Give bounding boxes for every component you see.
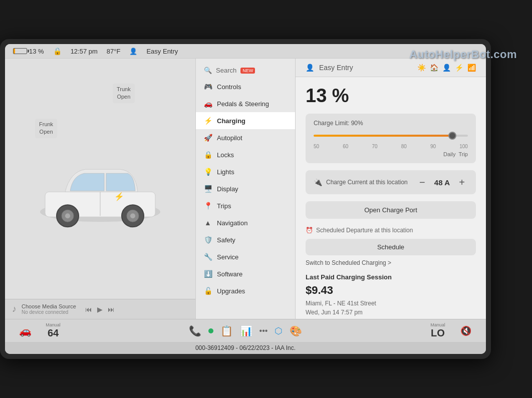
trips-icon: 📍 xyxy=(204,202,212,210)
car-svg: ⚡ xyxy=(30,152,170,232)
increase-current-btn[interactable]: + xyxy=(456,176,468,188)
slider-track xyxy=(314,135,468,137)
trip-tab[interactable]: Trip xyxy=(458,151,468,157)
prev-track-btn[interactable]: ⏮ xyxy=(85,305,92,313)
speed-value: 64 xyxy=(48,327,59,339)
new-badge: NEW xyxy=(240,68,255,74)
sun-icon: ☀️ xyxy=(417,64,426,72)
open-charge-port-btn[interactable]: Open Charge Port xyxy=(306,201,476,219)
watermark-text: AutoHelperBot.com xyxy=(409,48,517,61)
person-icon-2: 👤 xyxy=(442,64,451,72)
music-icon: ♪ xyxy=(12,304,17,314)
search-row[interactable]: 🔍 Search NEW xyxy=(196,63,295,78)
app-icon-1[interactable]: 📋 xyxy=(220,325,233,337)
car-icon: 🚗 xyxy=(19,325,32,337)
svg-point-4 xyxy=(65,213,70,218)
search-icon: 🔍 xyxy=(204,67,212,74)
search-label: Search xyxy=(216,67,236,74)
service-label: Service xyxy=(217,253,238,261)
switch-charging-link[interactable]: Switch to Scheduled Charging > xyxy=(306,259,476,266)
menu-item-upgrades[interactable]: 🔓 Upgrades xyxy=(196,282,295,299)
trunk-label: Trunk xyxy=(117,86,131,92)
play-btn[interactable]: ▶ xyxy=(97,305,103,313)
charging-icon: ⚡ xyxy=(204,117,212,125)
frunk-status: Open xyxy=(40,129,53,135)
left-panel: Trunk Open Frunk Open xyxy=(5,59,195,319)
apps-icon[interactable]: 🎨 xyxy=(290,325,302,337)
volume-icon: 🔇 xyxy=(460,325,471,336)
media-source-label: Choose Media Source xyxy=(22,303,76,309)
home-icon: 🏠 xyxy=(430,64,438,72)
media-controls[interactable]: ⏮ ▶ ⏭ xyxy=(85,305,115,313)
daily-tab[interactable]: Daily xyxy=(443,151,455,157)
menu-item-locks[interactable]: 🔒 Locks xyxy=(196,146,295,163)
media-sub-label: No device connected xyxy=(22,309,76,315)
lo-display: Manual LO xyxy=(428,322,448,339)
menu-item-charging[interactable]: ⚡ Charging xyxy=(196,112,295,129)
controls-icon: 🎮 xyxy=(204,83,212,91)
menu-item-navigation[interactable]: ▲ Navigation xyxy=(196,214,295,231)
soc-value: 13 % xyxy=(306,85,476,107)
next-track-btn[interactable]: ⏭ xyxy=(108,305,115,313)
taskbar-center[interactable]: 📞 📋 📊 ••• ⬡ 🎨 xyxy=(189,325,303,337)
menu-item-display[interactable]: 🖥️ Display xyxy=(196,180,295,197)
lock-icon: 🔒 xyxy=(53,47,62,55)
charge-limit-label: Charge Limit: 90% xyxy=(314,120,468,127)
detail-content: 13 % Charge Limit: 90% 50 xyxy=(296,77,486,319)
menu-item-pedals[interactable]: 🚗 Pedals & Steering xyxy=(196,95,295,112)
locks-icon: 🔒 xyxy=(204,151,212,159)
media-info: Choose Media Source No device connected xyxy=(22,303,76,315)
software-icon: ⬇️ xyxy=(204,270,212,278)
taskbar: 🚗 Manual 64 📞 📋 📊 ••• ⬡ 🎨 xyxy=(5,319,486,342)
location-text: Miami, FL - NE 41st Street xyxy=(306,300,376,307)
frunk-info: Frunk Open xyxy=(35,119,57,138)
slider-tabs[interactable]: Daily Trip xyxy=(314,151,468,157)
app-icon-2[interactable]: 📊 xyxy=(240,325,252,337)
media-bar: ♪ Choose Media Source No device connecte… xyxy=(5,299,195,319)
volume-btn[interactable]: 🔇 xyxy=(456,325,476,336)
controls-label: Controls xyxy=(217,83,241,91)
trunk-status: Open xyxy=(117,94,130,100)
speed-display: Manual 64 xyxy=(43,322,63,339)
slider-labels: 50 60 70 80 90 100 xyxy=(314,144,468,149)
menu-item-safety[interactable]: 🛡️ Safety xyxy=(196,231,295,248)
scheduled-title: ⏰ Scheduled Departure at this location xyxy=(306,227,476,234)
svg-text:⚡: ⚡ xyxy=(114,192,124,201)
charge-slider[interactable] xyxy=(314,131,468,141)
bluetooth-icon: ⚡ xyxy=(455,64,463,72)
schedule-btn[interactable]: Schedule xyxy=(306,239,476,255)
charge-limit-section: Charge Limit: 90% 50 60 70 xyxy=(306,114,476,163)
person-icon: 👤 xyxy=(129,48,137,55)
menu-item-service[interactable]: 🔧 Service xyxy=(196,248,295,265)
more-icon[interactable]: ••• xyxy=(259,326,268,335)
charging-label: Charging xyxy=(217,117,245,125)
menu-item-autopilot[interactable]: 🚀 Autopilot xyxy=(196,129,295,146)
session-date: Wed, Jun 14 7:57 pm xyxy=(306,309,363,316)
display-icon: 🖥️ xyxy=(204,185,212,193)
menu-item-controls[interactable]: 🎮 Controls xyxy=(196,78,295,95)
trunk-info: Trunk Open xyxy=(113,84,135,103)
navigation-icon: ▲ xyxy=(204,219,212,227)
slider-fill xyxy=(314,135,452,137)
menu-item-lights[interactable]: 💡 Lights xyxy=(196,163,295,180)
frunk-label: Frunk xyxy=(39,121,53,127)
car-btn[interactable]: 🚗 xyxy=(15,325,35,337)
lo-label: Manual xyxy=(430,322,445,327)
decrease-current-btn[interactable]: − xyxy=(416,176,428,188)
green-dot xyxy=(208,328,213,333)
charge-current-controls[interactable]: − 48 A + xyxy=(416,176,468,188)
status-time: 12:57 pm xyxy=(71,48,98,55)
menu-item-trips[interactable]: 📍 Trips xyxy=(196,197,295,214)
battery-fill xyxy=(14,49,15,54)
detail-header-icons: ☀️ 🏠 👤 ⚡ 📶 xyxy=(417,64,476,72)
footer-bar: 000-36912409 - 06/22/2023 - IAA Inc. xyxy=(5,342,486,354)
main-area: Trunk Open Frunk Open xyxy=(5,59,486,319)
bluetooth-taskbar-icon[interactable]: ⬡ xyxy=(275,325,283,336)
battery-percent: 13 % xyxy=(29,48,44,55)
svg-point-7 xyxy=(130,213,135,218)
charge-current-value: 48 A xyxy=(434,178,450,187)
menu-item-software[interactable]: ⬇️ Software xyxy=(196,265,295,282)
slider-thumb[interactable] xyxy=(448,132,456,140)
phone-icon[interactable]: 📞 xyxy=(189,325,201,337)
display-label: Display xyxy=(217,185,238,193)
